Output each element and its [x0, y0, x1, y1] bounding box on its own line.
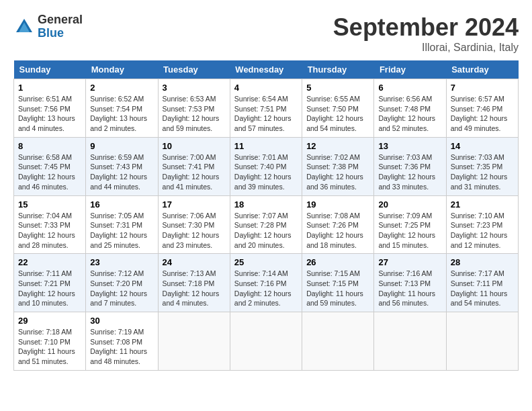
calendar-cell: 28Sunrise: 7:17 AMSunset: 7:11 PMDayligh… [446, 254, 518, 312]
cell-info: Sunrise: 7:07 AMSunset: 7:28 PMDaylight:… [234, 212, 292, 249]
calendar-cell [374, 312, 446, 371]
day-number: 20 [378, 199, 441, 210]
logo-text: General Blue [38, 13, 83, 40]
day-number: 11 [234, 141, 298, 151]
day-number: 26 [306, 257, 369, 267]
cell-info: Sunrise: 7:04 AMSunset: 7:33 PMDaylight:… [18, 212, 75, 249]
calendar-cell: 13Sunrise: 7:03 AMSunset: 7:36 PMDayligh… [374, 137, 446, 195]
calendar-cell: 27Sunrise: 7:16 AMSunset: 7:13 PMDayligh… [374, 254, 446, 312]
calendar-cell: 2Sunrise: 6:52 AMSunset: 7:54 PMDaylight… [86, 79, 158, 138]
calendar-cell [158, 312, 230, 371]
day-number: 29 [18, 316, 81, 326]
cell-info: Sunrise: 7:05 AMSunset: 7:31 PMDaylight:… [90, 212, 147, 249]
cell-info: Sunrise: 7:03 AMSunset: 7:36 PMDaylight:… [378, 153, 435, 191]
calendar-week-row: 15Sunrise: 7:04 AMSunset: 7:33 PMDayligh… [14, 195, 519, 254]
cell-info: Sunrise: 7:09 AMSunset: 7:25 PMDaylight:… [378, 212, 435, 249]
day-number: 25 [234, 257, 298, 267]
logo-icon [13, 16, 35, 38]
day-number: 16 [90, 199, 153, 210]
cell-info: Sunrise: 7:15 AMSunset: 7:15 PMDaylight:… [306, 269, 363, 307]
location-subtitle: Illorai, Sardinia, Italy [333, 42, 519, 54]
day-number: 13 [378, 141, 441, 151]
cell-info: Sunrise: 7:00 AMSunset: 7:41 PMDaylight:… [163, 153, 220, 191]
day-number: 24 [163, 257, 226, 267]
calendar-cell: 15Sunrise: 7:04 AMSunset: 7:33 PMDayligh… [14, 195, 86, 254]
cell-info: Sunrise: 7:17 AMSunset: 7:11 PMDaylight:… [451, 269, 508, 307]
day-number: 14 [451, 141, 514, 151]
calendar-cell: 10Sunrise: 7:00 AMSunset: 7:41 PMDayligh… [158, 137, 230, 195]
calendar-cell: 22Sunrise: 7:11 AMSunset: 7:21 PMDayligh… [14, 254, 86, 312]
calendar-week-row: 1Sunrise: 6:51 AMSunset: 7:56 PMDaylight… [14, 79, 519, 138]
calendar-week-row: 29Sunrise: 7:18 AMSunset: 7:10 PMDayligh… [14, 312, 519, 371]
day-number: 15 [18, 199, 81, 210]
month-title: September 2024 [333, 13, 519, 42]
day-number: 6 [378, 83, 441, 93]
cell-info: Sunrise: 7:16 AMSunset: 7:13 PMDaylight:… [378, 269, 435, 307]
day-number: 18 [234, 199, 298, 210]
cell-info: Sunrise: 7:10 AMSunset: 7:23 PMDaylight:… [451, 212, 508, 249]
calendar-week-row: 8Sunrise: 6:58 AMSunset: 7:45 PMDaylight… [14, 137, 519, 195]
header-tuesday: Tuesday [158, 60, 230, 79]
calendar-cell: 1Sunrise: 6:51 AMSunset: 7:56 PMDaylight… [14, 79, 86, 138]
header-saturday: Saturday [446, 60, 518, 79]
calendar-cell: 9Sunrise: 6:59 AMSunset: 7:43 PMDaylight… [86, 137, 158, 195]
calendar-cell: 30Sunrise: 7:19 AMSunset: 7:08 PMDayligh… [86, 312, 158, 371]
day-number: 21 [451, 199, 514, 210]
cell-info: Sunrise: 7:18 AMSunset: 7:10 PMDaylight:… [18, 328, 75, 365]
day-number: 27 [378, 257, 441, 267]
calendar-cell: 23Sunrise: 7:12 AMSunset: 7:20 PMDayligh… [86, 254, 158, 312]
day-number: 28 [451, 257, 514, 267]
day-number: 12 [306, 141, 369, 151]
day-number: 10 [163, 141, 226, 151]
days-header-row: Sunday Monday Tuesday Wednesday Thursday… [14, 60, 519, 79]
day-number: 5 [306, 83, 369, 93]
cell-info: Sunrise: 7:08 AMSunset: 7:26 PMDaylight:… [306, 212, 363, 249]
cell-info: Sunrise: 6:57 AMSunset: 7:46 PMDaylight:… [451, 95, 508, 132]
cell-info: Sunrise: 7:13 AMSunset: 7:18 PMDaylight:… [163, 269, 220, 307]
cell-info: Sunrise: 7:11 AMSunset: 7:21 PMDaylight:… [18, 269, 75, 307]
cell-info: Sunrise: 7:02 AMSunset: 7:38 PMDaylight:… [306, 153, 363, 191]
title-section: September 2024 Illorai, Sardinia, Italy [333, 13, 519, 54]
calendar-cell: 16Sunrise: 7:05 AMSunset: 7:31 PMDayligh… [86, 195, 158, 254]
cell-info: Sunrise: 6:54 AMSunset: 7:51 PMDaylight:… [234, 95, 292, 132]
calendar-cell: 11Sunrise: 7:01 AMSunset: 7:40 PMDayligh… [230, 137, 302, 195]
calendar-cell: 3Sunrise: 6:53 AMSunset: 7:53 PMDaylight… [158, 79, 230, 138]
calendar-cell: 20Sunrise: 7:09 AMSunset: 7:25 PMDayligh… [374, 195, 446, 254]
cell-info: Sunrise: 6:59 AMSunset: 7:43 PMDaylight:… [90, 153, 147, 191]
calendar-cell: 8Sunrise: 6:58 AMSunset: 7:45 PMDaylight… [14, 137, 86, 195]
calendar-cell: 29Sunrise: 7:18 AMSunset: 7:10 PMDayligh… [14, 312, 86, 371]
calendar-cell [302, 312, 374, 371]
day-number: 2 [90, 83, 153, 93]
logo: General Blue [13, 13, 83, 40]
day-number: 30 [90, 316, 153, 326]
header-wednesday: Wednesday [230, 60, 302, 79]
cell-info: Sunrise: 7:03 AMSunset: 7:35 PMDaylight:… [451, 153, 508, 191]
calendar-cell: 25Sunrise: 7:14 AMSunset: 7:16 PMDayligh… [230, 254, 302, 312]
cell-info: Sunrise: 6:58 AMSunset: 7:45 PMDaylight:… [18, 153, 75, 191]
header-friday: Friday [374, 60, 446, 79]
calendar-cell: 4Sunrise: 6:54 AMSunset: 7:51 PMDaylight… [230, 79, 302, 138]
calendar-cell [230, 312, 302, 371]
calendar-table: Sunday Monday Tuesday Wednesday Thursday… [13, 60, 519, 371]
calendar-cell: 7Sunrise: 6:57 AMSunset: 7:46 PMDaylight… [446, 79, 518, 138]
cell-info: Sunrise: 6:53 AMSunset: 7:53 PMDaylight:… [163, 95, 220, 132]
cell-info: Sunrise: 7:12 AMSunset: 7:20 PMDaylight:… [90, 269, 147, 307]
day-number: 17 [163, 199, 226, 210]
calendar-cell [446, 312, 518, 371]
day-number: 7 [451, 83, 514, 93]
calendar-cell: 12Sunrise: 7:02 AMSunset: 7:38 PMDayligh… [302, 137, 374, 195]
calendar-cell: 6Sunrise: 6:56 AMSunset: 7:48 PMDaylight… [374, 79, 446, 138]
cell-info: Sunrise: 7:01 AMSunset: 7:40 PMDaylight:… [234, 153, 292, 191]
calendar-cell: 5Sunrise: 6:55 AMSunset: 7:50 PMDaylight… [302, 79, 374, 138]
day-number: 23 [90, 257, 153, 267]
calendar-cell: 19Sunrise: 7:08 AMSunset: 7:26 PMDayligh… [302, 195, 374, 254]
calendar-cell: 24Sunrise: 7:13 AMSunset: 7:18 PMDayligh… [158, 254, 230, 312]
day-number: 4 [234, 83, 298, 93]
calendar-cell: 21Sunrise: 7:10 AMSunset: 7:23 PMDayligh… [446, 195, 518, 254]
day-number: 3 [163, 83, 226, 93]
cell-info: Sunrise: 7:06 AMSunset: 7:30 PMDaylight:… [163, 212, 220, 249]
calendar-cell: 18Sunrise: 7:07 AMSunset: 7:28 PMDayligh… [230, 195, 302, 254]
day-number: 8 [18, 141, 81, 151]
header-thursday: Thursday [302, 60, 374, 79]
calendar-cell: 26Sunrise: 7:15 AMSunset: 7:15 PMDayligh… [302, 254, 374, 312]
